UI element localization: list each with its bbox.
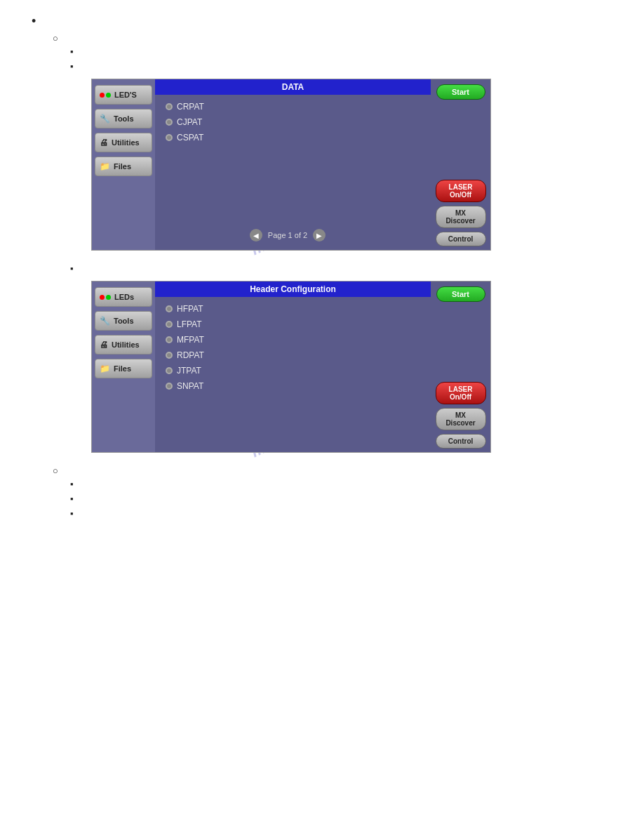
radio-circle-lfpat	[166, 321, 173, 328]
radio-circle-mfpat	[166, 336, 173, 343]
outer-bullet-1: •	[32, 14, 623, 29]
utilities-icon-1: 🖨	[100, 138, 108, 147]
radio-label-rdpat: RDPAT	[177, 350, 204, 360]
led-red-2	[100, 295, 105, 300]
sidebar-btn-tools-1[interactable]: 🔧 Tools	[95, 109, 152, 128]
content-header-1: DATA	[155, 79, 431, 95]
led-green-1	[106, 93, 111, 98]
radio-crpat[interactable]: CRPAT	[166, 102, 420, 112]
radio-label-crpat: CRPAT	[177, 102, 204, 112]
utilities-icon-2: 🖨	[100, 340, 108, 350]
control-btn-1[interactable]: Control	[436, 232, 486, 246]
radio-circle-cjpat	[166, 119, 173, 126]
sub-circle-1: ○	[53, 33, 623, 44]
next-page-btn-1[interactable]: ▶	[313, 229, 326, 241]
sidebar-tools-label-2: Tools	[114, 317, 134, 325]
radio-circle-rdpat	[166, 352, 173, 359]
sidebar-btn-tools-2[interactable]: 🔧 Tools	[95, 311, 152, 331]
main-content-1: DATA CRPAT CJPAT CSPAT	[155, 79, 431, 250]
radio-label-lfpat: LFPAT	[177, 319, 202, 329]
radio-cspat[interactable]: CSPAT	[166, 133, 420, 143]
sidebar-btn-utilities-2[interactable]: 🖨 Utilities	[95, 335, 152, 355]
radio-circle-hfpat	[166, 305, 173, 312]
radio-label-jtpat: JTPAT	[177, 366, 201, 376]
sidebar-leds-label-1: LED'S	[114, 91, 137, 99]
sidebar-btn-leds-2[interactable]: LEDs	[95, 287, 152, 307]
radio-circle-jtpat	[166, 367, 173, 374]
sidebar-1: LED'S 🔧 Tools 🖨 Utilities 📁 Files	[92, 79, 155, 250]
radio-label-cspat: CSPAT	[177, 133, 203, 143]
wrench-icon-1: 🔧	[100, 114, 110, 124]
sub-square-1b: ▪	[70, 61, 623, 72]
start-btn-1[interactable]: Start	[436, 84, 485, 100]
led-dots-1	[100, 93, 111, 98]
sidebar-utilities-label-2: Utilities	[112, 340, 140, 349]
radio-circle-cspat	[166, 134, 173, 141]
radio-label-mfpat: MFPAT	[177, 335, 204, 345]
wrench-icon-2: 🔧	[100, 316, 110, 326]
sidebar-files-label-2: Files	[114, 364, 131, 373]
content-header-2: Header Configuration	[155, 282, 431, 297]
laser-btn-1[interactable]: LASER On/Off	[436, 180, 486, 202]
sub-square-1c: ▪	[70, 263, 623, 274]
radio-label-snpat: SNPAT	[177, 381, 203, 391]
mx-btn-2[interactable]: MX Discover	[436, 408, 486, 430]
radio-label-cjpat: CJPAT	[177, 117, 202, 127]
main-content-2: Header Configuration HFPAT LFPAT MFPAT	[155, 282, 431, 452]
radio-mfpat[interactable]: MFPAT	[166, 335, 420, 345]
sub-circle-2: ○	[53, 465, 623, 476]
sidebar-btn-files-1[interactable]: 📁 Files	[95, 157, 152, 176]
sidebar-leds-label-2: LEDs	[114, 293, 134, 301]
laser-btn-2[interactable]: LASER On/Off	[436, 382, 486, 404]
files-icon-2: 📁	[100, 364, 110, 373]
radio-snpat[interactable]: SNPAT	[166, 381, 420, 391]
start-btn-2[interactable]: Start	[436, 286, 485, 302]
radio-circle-crpat	[166, 103, 173, 110]
page-indicator-1: Page 1 of 2	[268, 231, 307, 239]
ui-panel-2: LEDs 🔧 Tools 🖨 Utilities 📁 Files Header …	[91, 281, 491, 453]
right-buttons-2: Start LASER On/Off MX Discover Control	[431, 282, 490, 452]
sub-square-2b: ▪	[70, 494, 623, 504]
panel2-wrapper: manualarchive.com LEDs 🔧 Tools 🖨 Uti	[56, 281, 456, 453]
sidebar-files-label-1: Files	[114, 162, 131, 171]
radio-circle-snpat	[166, 383, 173, 390]
control-btn-2[interactable]: Control	[436, 434, 486, 449]
panel1-wrapper: manualarchive.com LED'S 🔧 Tools 🖨 Ut	[56, 79, 456, 251]
right-buttons-1: Start LASER On/Off MX Discover Control	[431, 79, 490, 250]
led-red-1	[100, 93, 105, 98]
radio-jtpat[interactable]: JTPAT	[166, 366, 420, 376]
content-body-1: CRPAT CJPAT CSPAT	[155, 95, 431, 250]
sub-square-2a: ▪	[70, 479, 623, 489]
prev-page-btn-1[interactable]: ◀	[250, 229, 262, 241]
led-green-2	[106, 295, 111, 300]
files-icon-1: 📁	[100, 161, 110, 171]
sidebar-tools-label-1: Tools	[114, 114, 134, 123]
sub-square-2c: ▪	[70, 508, 623, 519]
radio-cjpat[interactable]: CJPAT	[166, 117, 420, 127]
sidebar-btn-files-2[interactable]: 📁 Files	[95, 359, 152, 378]
ui-panel-1: LED'S 🔧 Tools 🖨 Utilities 📁 Files DATA	[91, 79, 491, 251]
sidebar-utilities-label-1: Utilities	[112, 138, 140, 147]
page-nav-1: ◀ Page 1 of 2 ▶	[155, 229, 420, 241]
radio-lfpat[interactable]: LFPAT	[166, 319, 420, 329]
led-dots-2	[100, 295, 111, 300]
sidebar-btn-utilities-1[interactable]: 🖨 Utilities	[95, 133, 152, 152]
sub-square-1a: ▪	[70, 46, 623, 57]
radio-rdpat[interactable]: RDPAT	[166, 350, 420, 360]
sidebar-2: LEDs 🔧 Tools 🖨 Utilities 📁 Files	[92, 282, 155, 452]
content-body-2: HFPAT LFPAT MFPAT RDPAT	[155, 297, 431, 452]
mx-btn-1[interactable]: MX Discover	[436, 206, 486, 228]
sidebar-btn-leds-1[interactable]: LED'S	[95, 85, 152, 105]
radio-label-hfpat: HFPAT	[177, 304, 203, 314]
radio-hfpat[interactable]: HFPAT	[166, 304, 420, 314]
